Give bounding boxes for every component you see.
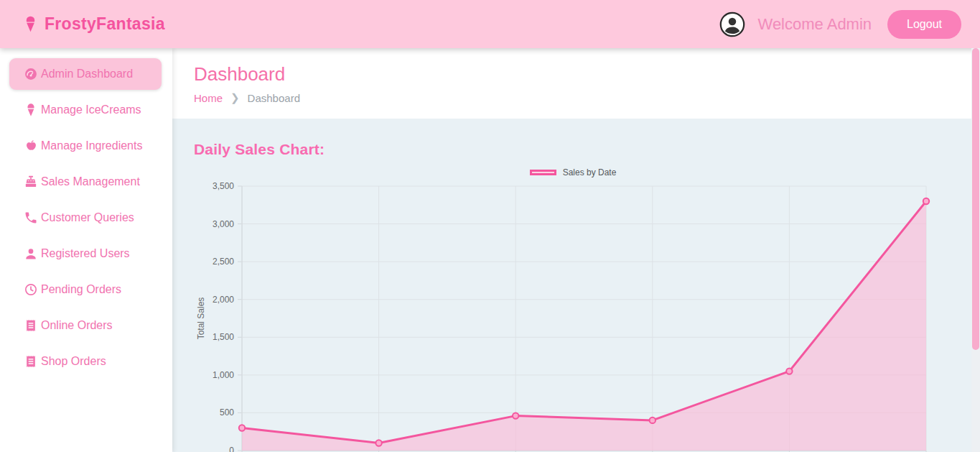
breadcrumb-home-link[interactable]: Home <box>194 92 223 104</box>
breadcrumb-current: Dashboard <box>248 92 300 104</box>
icecream-brand-icon <box>22 15 39 33</box>
data-point[interactable] <box>513 412 518 418</box>
sidebar-item-label: Customer Queries <box>41 211 134 224</box>
main-layout: Admin Dashboard Manage IceCreams Manage … <box>0 48 980 452</box>
data-point[interactable] <box>923 198 929 204</box>
y-tick-label: 1,000 <box>213 370 234 380</box>
page-header-band: Dashboard Home ❯ Dashboard <box>172 48 980 119</box>
daily-sales-chart: Sales by Date 05001,0001,5002,0002,5003,… <box>194 166 933 452</box>
sidebar-item-sales-management[interactable]: Sales Management <box>9 166 162 198</box>
receipt-icon <box>24 354 38 369</box>
brand: FrostyFantasia <box>22 14 165 34</box>
brand-title: FrostyFantasia <box>45 14 165 34</box>
sidebar-item-manage-ingredients[interactable]: Manage Ingredients <box>9 130 162 162</box>
sidebar-item-label: Registered Users <box>41 247 130 260</box>
receipt-icon <box>24 318 38 333</box>
y-tick-label: 0 <box>229 446 234 452</box>
apple-icon <box>24 139 38 153</box>
sidebar-item-shop-orders[interactable]: Shop Orders <box>9 346 162 377</box>
y-tick-label: 3,500 <box>213 181 234 191</box>
header-right: Welcome Admin Logout <box>719 10 961 39</box>
page-title: Dashboard <box>194 63 958 86</box>
sidebar-item-label: Sales Management <box>41 175 140 188</box>
chart-legend-item[interactable]: Sales by Date <box>203 166 943 179</box>
icecream-icon <box>24 103 38 117</box>
y-tick-label: 500 <box>220 407 234 418</box>
legend-label: Sales by Date <box>563 167 617 177</box>
user-avatar-icon <box>719 11 745 37</box>
logout-button[interactable]: Logout <box>887 10 961 39</box>
main-content: Dashboard Home ❯ Dashboard Daily Sales C… <box>172 48 980 452</box>
chart-section-title: Daily Sales Chart: <box>194 141 958 158</box>
data-point[interactable] <box>650 418 655 423</box>
clock-icon <box>24 282 38 297</box>
data-point[interactable] <box>786 368 792 374</box>
sidebar-item-registered-users[interactable]: Registered Users <box>9 238 162 269</box>
dashboard-gauge-icon <box>24 67 38 81</box>
sidebar-item-label: Admin Dashboard <box>41 68 133 80</box>
data-point[interactable] <box>239 425 245 430</box>
y-tick-label: 3,000 <box>213 219 234 229</box>
cash-register-icon <box>24 175 38 189</box>
series-area-fill <box>242 201 926 451</box>
chevron-right-icon: ❯ <box>230 91 240 104</box>
sidebar-item-label: Online Orders <box>41 319 113 332</box>
sidebar-item-label: Pending Orders <box>41 283 121 296</box>
sidebar: Admin Dashboard Manage IceCreams Manage … <box>0 48 172 452</box>
sidebar-item-online-orders[interactable]: Online Orders <box>9 310 162 341</box>
sidebar-item-label: Manage IceCreams <box>41 103 141 116</box>
data-point[interactable] <box>375 440 381 446</box>
sidebar-item-label: Manage Ingredients <box>41 139 142 152</box>
app-header: FrostyFantasia Welcome Admin Logout <box>0 0 980 48</box>
y-tick-label: 2,000 <box>213 295 234 305</box>
chart-section: Daily Sales Chart: Sales by Date 05001,0… <box>172 119 980 452</box>
phone-icon <box>24 211 38 225</box>
y-tick-label: 2,500 <box>213 257 234 267</box>
y-tick-label: 1,500 <box>213 332 234 342</box>
y-axis-title: Total Sales <box>196 298 206 340</box>
breadcrumb: Home ❯ Dashboard <box>194 91 958 104</box>
sidebar-item-manage-icecreams[interactable]: Manage IceCreams <box>9 94 162 126</box>
sales-line-chart-canvas[interactable]: 05001,0001,5002,0002,5003,0003,500Total … <box>194 181 933 452</box>
legend-swatch <box>530 170 556 175</box>
page-scrollbar-thumb[interactable] <box>972 48 979 350</box>
sidebar-item-label: Shop Orders <box>41 355 106 368</box>
person-icon <box>24 246 38 261</box>
welcome-text: Welcome Admin <box>758 15 872 34</box>
sidebar-item-customer-queries[interactable]: Customer Queries <box>9 202 162 234</box>
page-scrollbar-track[interactable] <box>971 48 980 452</box>
sidebar-item-admin-dashboard[interactable]: Admin Dashboard <box>9 58 162 90</box>
sidebar-item-pending-orders[interactable]: Pending Orders <box>9 274 162 305</box>
